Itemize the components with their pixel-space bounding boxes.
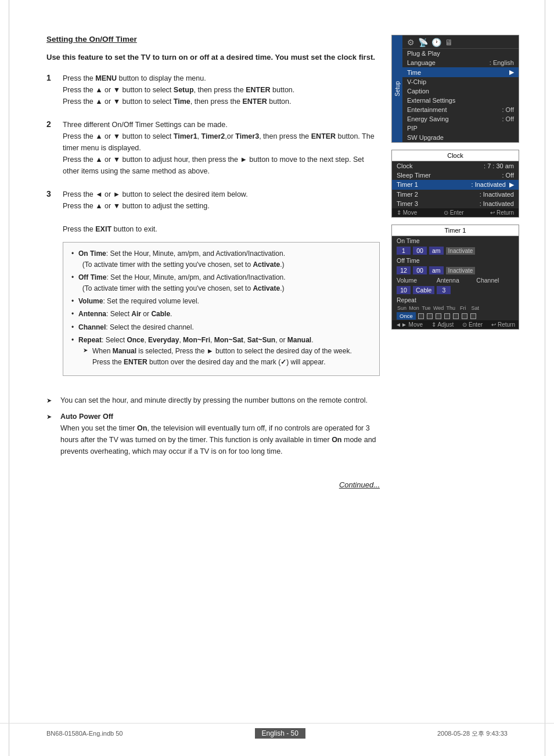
step-2: 2 Three different On/Off Timer Settings … (46, 119, 380, 177)
section-title: Setting the On/Off Timer (46, 35, 380, 44)
clock-item-timer2: Timer 2 : Inactivated (392, 190, 519, 199)
timer-vals-row: 10 Cable 3 (392, 285, 519, 295)
day-sun-label: Sun (397, 305, 407, 311)
setup-item-time[interactable]: Time ▶ (402, 67, 519, 77)
info-item-repeat: Repeat: Select Once, Everyday, Mon~Fri, … (71, 335, 371, 368)
note-remote: ➤ You can set the hour, and minute direc… (46, 395, 380, 406)
timer-cb-mon[interactable] (427, 313, 433, 319)
timer-checkboxes-row: Once (392, 312, 519, 320)
continued-text: Continued... (46, 480, 380, 489)
timer-offtime-hour[interactable]: 12 (397, 266, 411, 274)
timer-days-labels: Sun Mon Tue Wed Thu Fri Sat (392, 305, 519, 312)
timer1-header: Timer 1 (392, 225, 519, 236)
day-fri-label: Fri (458, 305, 468, 311)
step-1-content: Press the MENU button to display the men… (63, 73, 380, 107)
info-box: On Time: Set the Hour, Minute, am/pm, an… (63, 242, 380, 377)
note-autopower: ➤ Auto Power Off When you set the timer … (46, 411, 380, 457)
intro-text: Use this feature to set the TV to turn o… (46, 52, 380, 63)
page-number: English - 50 (255, 728, 305, 739)
timer-channel-label: Channel (476, 277, 514, 284)
timer-ontime-hour[interactable]: 1 (397, 247, 411, 255)
step-3-number: 3 (46, 189, 57, 384)
timer-once-button[interactable]: Once (397, 312, 416, 320)
setup-menu-screenshot: Setup ⚙ 📡 🕐 🖥 Plug & Play (391, 35, 519, 143)
timer-ontime-min[interactable]: 00 (413, 247, 427, 255)
info-list: On Time: Set the Hour, Minute, am/pm, an… (71, 248, 371, 368)
timer-antenna-label: Antenna (437, 277, 474, 284)
page-footer: BN68-01580A-Eng.indb 50 English - 50 200… (0, 723, 554, 739)
note-arrow-1: ➤ (46, 395, 56, 406)
left-column: Setting the On/Off Timer Use this featur… (46, 35, 380, 489)
timer-cb-thu[interactable] (453, 313, 459, 319)
info-item-offtime: Off Time: Set the Hour, Minute, am/pm, a… (71, 272, 371, 294)
clock-item-timer3: Timer 3 : Inactivated (392, 199, 519, 208)
setup-icon-clock: 🕐 (431, 38, 441, 47)
timer-offtime-btn[interactable]: Inactivate (446, 267, 476, 274)
info-item-antenna: Antenna: Select Air or Cable. (71, 309, 371, 320)
setup-icon-gear: ⚙ (407, 38, 415, 47)
footer-file: BN68-01580A-Eng.indb 50 (46, 730, 123, 737)
timer-antenna-val[interactable]: Cable (413, 286, 434, 294)
clock-item-clock: Clock : 7 : 30 am (392, 161, 519, 171)
timer-volume-val[interactable]: 10 (397, 286, 411, 294)
note-content-1: You can set the hour, and minute directl… (60, 395, 380, 406)
setup-item-plugplay: Plug & Play (402, 49, 519, 58)
clock-item-timer1[interactable]: Timer 1 : Inactivated ▶ (392, 180, 519, 190)
timer-ontime-ampm[interactable]: am (429, 247, 444, 255)
step-2-content: Three different On/Off Timer Settings ca… (63, 119, 380, 177)
timer-cb-sat[interactable] (470, 313, 476, 319)
footer-date: 2008-05-28 오후 9:43:33 (437, 729, 508, 738)
timer-channel-val[interactable]: 3 (437, 286, 451, 294)
timer-volume-label: Volume (397, 277, 434, 284)
clock-menu-footer: ⇕ Move ⊙ Enter ↩ Return (392, 208, 519, 217)
timer-offtime-ampm[interactable]: am (429, 266, 444, 274)
info-item-ontime: On Time: Set the Hour, Minute, am/pm, an… (71, 248, 371, 270)
timer-cb-sun[interactable] (418, 313, 424, 319)
step-1: 1 Press the MENU button to display the m… (46, 73, 380, 107)
setup-item-vchip: V-Chip (402, 77, 519, 86)
step-3-content: Press the ◄ or ► button to select the de… (63, 189, 380, 384)
clock-item-sleep: Sleep Timer : Off (392, 171, 519, 180)
timer-ontime-row: 1 00 am Inactivate (392, 245, 519, 256)
setup-item-entertainment: Entertainment : Off (402, 105, 519, 114)
setup-side-tab: Setup (392, 35, 402, 142)
timer-repeat-label: Repeat (392, 295, 519, 305)
timer1-footer: ◄► Move ⇕ Adjust ⊙ Enter ↩ Return (392, 320, 519, 329)
timer1-menu-screenshot: Timer 1 On Time 1 00 am Inactivate Off T… (391, 225, 519, 330)
day-tue-label: Tue (421, 305, 431, 311)
timer-offtime-label: Off Time (392, 256, 519, 265)
setup-item-external: External Settings (402, 96, 519, 105)
timer-ontime-btn[interactable]: Inactivate (446, 247, 476, 255)
setup-item-caption: Caption (402, 86, 519, 96)
step-1-number: 1 (46, 73, 57, 107)
note-content-2: Auto Power Off When you set the timer On… (60, 411, 380, 457)
step-2-number: 2 (46, 119, 57, 177)
setup-item-language: Language : English (402, 58, 519, 67)
setup-item-pip: PIP (402, 124, 519, 133)
info-subitem-manual: When Manual is selected, Press the ► but… (78, 346, 371, 368)
left-border (9, 0, 9, 756)
note-arrow-2: ➤ (46, 411, 56, 457)
timer-ontime-label: On Time (392, 236, 519, 245)
timer-cb-fri[interactable] (462, 313, 467, 319)
timer-cb-tue[interactable] (436, 313, 441, 319)
setup-item-swupgrade: SW Upgrade (402, 133, 519, 142)
timer-offtime-row: 12 00 am Inactivate (392, 265, 519, 276)
timer-cb-wed[interactable] (444, 313, 450, 319)
right-border (545, 0, 545, 756)
setup-icon-monitor: 🖥 (445, 38, 453, 47)
day-mon-label: Mon (409, 305, 419, 311)
info-item-volume: Volume: Set the required volume level. (71, 296, 371, 307)
timer-labels-row: Volume Antenna Channel (392, 276, 519, 285)
clock-menu-screenshot: Clock Clock : 7 : 30 am Sleep Timer : Of… (391, 150, 519, 218)
timer-offtime-min[interactable]: 00 (413, 266, 427, 274)
info-item-channel: Channel: Select the desired channel. (71, 322, 371, 333)
setup-icon-signal: 📡 (418, 38, 428, 47)
day-thu-label: Thu (445, 305, 456, 311)
main-content: Setting the On/Off Timer Use this featur… (46, 35, 519, 489)
day-wed-label: Wed (433, 305, 444, 311)
right-column: Setup ⚙ 📡 🕐 🖥 Plug & Play (391, 35, 519, 489)
day-sat-label: Sat (470, 305, 480, 311)
setup-item-energy: Energy Saving : Off (402, 114, 519, 124)
setup-menu-items: ⚙ 📡 🕐 🖥 Plug & Play Language : English (402, 35, 519, 142)
